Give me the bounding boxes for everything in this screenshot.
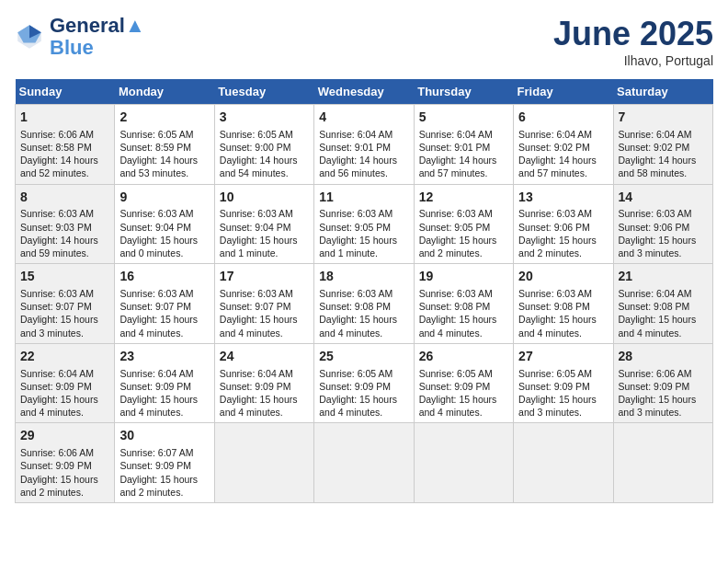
day-info-line: Daylight: 14 hours — [619, 154, 708, 167]
day-info-line: and 59 minutes. — [20, 247, 109, 259]
weekday-header: Wednesday — [314, 79, 414, 105]
calendar-day-cell: 23Sunrise: 6:04 AMSunset: 9:09 PMDayligh… — [115, 343, 214, 423]
day-info-line: Sunrise: 6:03 AM — [20, 287, 109, 300]
day-number: 19 — [419, 268, 508, 285]
calendar-day-cell: 13Sunrise: 6:03 AMSunset: 9:06 PMDayligh… — [514, 184, 613, 264]
day-info-line: Daylight: 15 hours — [619, 313, 708, 326]
day-info-line: Sunrise: 6:03 AM — [220, 287, 309, 300]
weekday-header: Monday — [115, 79, 214, 105]
day-info-line: Sunrise: 6:03 AM — [619, 207, 708, 220]
day-number: 10 — [220, 189, 309, 206]
day-info-line: Sunrise: 6:03 AM — [319, 287, 408, 300]
calendar-subtitle: Ilhavo, Portugal — [553, 53, 713, 68]
day-info-line: Sunrise: 6:06 AM — [20, 128, 109, 141]
day-info-line: Sunset: 9:05 PM — [419, 221, 508, 234]
title-block: June 2025 Ilhavo, Portugal — [553, 15, 713, 68]
calendar-day-cell: 3Sunrise: 6:05 AMSunset: 9:00 PMDaylight… — [214, 105, 313, 185]
calendar-day-cell: 25Sunrise: 6:05 AMSunset: 9:09 PMDayligh… — [314, 343, 414, 423]
day-info-line: and 54 minutes. — [220, 167, 309, 179]
day-info-line: and 57 minutes. — [518, 167, 608, 179]
calendar-day-cell: 11Sunrise: 6:03 AMSunset: 9:05 PMDayligh… — [314, 184, 414, 264]
day-info-line: and 4 minutes. — [419, 406, 508, 419]
day-info-line: and 2 minutes. — [419, 247, 508, 259]
weekday-header: Sunday — [16, 79, 115, 105]
day-info-line: Daylight: 15 hours — [220, 393, 309, 406]
day-info-line: Daylight: 15 hours — [518, 313, 608, 326]
day-info-line: Sunrise: 6:04 AM — [119, 367, 209, 380]
day-info-line: Daylight: 14 hours — [518, 154, 608, 167]
day-info-line: Sunrise: 6:05 AM — [319, 367, 408, 380]
day-info-line: Sunset: 9:02 PM — [619, 141, 708, 154]
calendar-day-cell: 14Sunrise: 6:03 AMSunset: 9:06 PMDayligh… — [613, 184, 712, 264]
day-info-line: and 2 minutes. — [518, 247, 608, 259]
calendar-day-cell: 27Sunrise: 6:05 AMSunset: 9:09 PMDayligh… — [514, 343, 613, 423]
day-info-line: Sunset: 8:59 PM — [119, 141, 209, 154]
day-info-line: Daylight: 14 hours — [20, 154, 109, 167]
day-number: 11 — [319, 189, 408, 206]
day-info-line: Daylight: 15 hours — [419, 313, 508, 326]
calendar-week-row: 22Sunrise: 6:04 AMSunset: 9:09 PMDayligh… — [16, 343, 713, 423]
day-number: 23 — [119, 348, 209, 365]
day-number: 7 — [619, 109, 708, 126]
day-info-line: Sunset: 9:09 PM — [20, 380, 109, 393]
day-number: 18 — [319, 268, 408, 285]
day-info-line: Sunrise: 6:03 AM — [119, 207, 209, 220]
calendar-day-cell: 8Sunrise: 6:03 AMSunset: 9:03 PMDaylight… — [16, 184, 115, 264]
day-number: 25 — [319, 348, 408, 365]
day-info-line: and 4 minutes. — [220, 406, 309, 419]
day-info-line: Sunrise: 6:04 AM — [619, 287, 708, 300]
calendar-day-cell: 26Sunrise: 6:05 AMSunset: 9:09 PMDayligh… — [414, 343, 513, 423]
day-info-line: Sunset: 9:03 PM — [20, 221, 109, 234]
day-info-line: Sunset: 9:07 PM — [119, 300, 209, 313]
weekday-header: Saturday — [613, 79, 712, 105]
day-info-line: and 4 minutes. — [619, 327, 708, 339]
day-number: 29 — [20, 427, 109, 444]
weekday-header: Thursday — [414, 79, 513, 105]
day-info-line: Daylight: 14 hours — [20, 234, 109, 247]
day-info-line: Daylight: 15 hours — [220, 234, 309, 247]
day-info-line: Sunrise: 6:03 AM — [220, 207, 309, 220]
day-info-line: Sunrise: 6:05 AM — [419, 367, 508, 380]
day-number: 1 — [20, 109, 109, 126]
logo-icon — [15, 22, 44, 52]
empty-cell — [214, 423, 313, 503]
day-number: 4 — [319, 109, 408, 126]
day-info-line: and 4 minutes. — [119, 406, 209, 419]
day-info-line: Sunrise: 6:05 AM — [119, 128, 209, 141]
day-number: 17 — [220, 268, 309, 285]
calendar-day-cell: 5Sunrise: 6:04 AMSunset: 9:01 PMDaylight… — [414, 105, 513, 185]
day-info-line: Daylight: 15 hours — [419, 393, 508, 406]
day-info-line: and 4 minutes. — [220, 327, 309, 339]
day-info-line: Sunset: 9:04 PM — [119, 221, 209, 234]
day-info-line: Daylight: 14 hours — [319, 154, 408, 167]
day-info-line: Sunrise: 6:07 AM — [119, 446, 209, 459]
day-info-line: Sunset: 9:07 PM — [20, 300, 109, 313]
day-info-line: Sunset: 9:06 PM — [619, 221, 708, 234]
day-number: 6 — [518, 109, 608, 126]
day-info-line: Sunrise: 6:06 AM — [619, 367, 708, 380]
day-info-line: Sunrise: 6:04 AM — [20, 367, 109, 380]
day-info-line: and 2 minutes. — [119, 486, 209, 499]
calendar-week-row: 8Sunrise: 6:03 AMSunset: 9:03 PMDaylight… — [16, 184, 713, 264]
calendar-week-row: 15Sunrise: 6:03 AMSunset: 9:07 PMDayligh… — [16, 264, 713, 344]
day-info-line: and 58 minutes. — [619, 167, 708, 179]
calendar-day-cell: 2Sunrise: 6:05 AMSunset: 8:59 PMDaylight… — [115, 105, 214, 185]
day-info-line: Sunrise: 6:03 AM — [20, 207, 109, 220]
empty-cell — [613, 423, 712, 503]
day-info-line: Sunset: 8:58 PM — [20, 141, 109, 154]
day-info-line: Daylight: 15 hours — [20, 473, 109, 486]
day-info-line: Daylight: 15 hours — [119, 313, 209, 326]
day-info-line: and 3 minutes. — [20, 327, 109, 339]
calendar-day-cell: 18Sunrise: 6:03 AMSunset: 9:08 PMDayligh… — [314, 264, 414, 344]
day-info-line: and 3 minutes. — [619, 247, 708, 259]
day-info-line: Daylight: 15 hours — [619, 234, 708, 247]
day-info-line: Sunset: 9:01 PM — [319, 141, 408, 154]
day-info-line: Sunset: 9:00 PM — [220, 141, 309, 154]
day-info-line: and 1 minute. — [319, 247, 408, 259]
day-info-line: Sunrise: 6:03 AM — [419, 287, 508, 300]
day-info-line: Sunset: 9:05 PM — [319, 221, 408, 234]
day-info-line: Daylight: 15 hours — [20, 393, 109, 406]
day-info-line: Sunset: 9:08 PM — [319, 300, 408, 313]
day-info-line: Daylight: 15 hours — [319, 234, 408, 247]
day-info-line: Sunset: 9:09 PM — [220, 380, 309, 393]
